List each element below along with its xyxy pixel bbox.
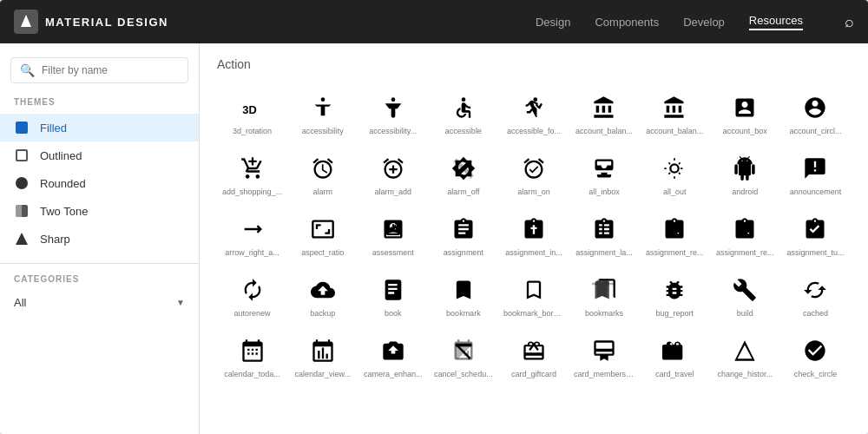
icon-label: add_shopping_...	[222, 187, 283, 196]
icon-glyph	[451, 215, 476, 243]
icon-cell-card-membersh---[interactable]: card_membersh...	[569, 328, 640, 385]
section-title: Action	[217, 57, 851, 71]
nav-link-develop[interactable]: Develop	[683, 16, 725, 29]
icon-cell-autorenew[interactable]: autorenew	[217, 267, 287, 325]
theme-filled-label: Filled	[40, 122, 67, 135]
icon-label: account_balan...	[644, 127, 705, 135]
icon-label: alarm	[293, 187, 353, 196]
icon-cell-cancel-schedu---[interactable]: cancel_schedu...	[428, 328, 498, 385]
icon-cell-3d-rotation[interactable]: 3D3d_rotation	[217, 85, 287, 142]
icon-cell-arrow-right-a---[interactable]: arrow_right_a...	[217, 207, 287, 264]
icon-glyph	[311, 276, 335, 304]
icon-cell-alarm-on[interactable]: alarm_on	[498, 146, 569, 203]
theme-sharp[interactable]: Sharp	[0, 225, 199, 253]
icon-glyph	[311, 94, 335, 122]
icon-glyph	[803, 337, 827, 365]
icon-label: arrow_right_a...	[222, 248, 283, 257]
icon-cell-calendar-view---[interactable]: calendar_view...	[287, 328, 358, 385]
icon-glyph	[381, 276, 405, 304]
nav-link-resources[interactable]: Resources	[749, 14, 803, 30]
icon-cell-check-circle[interactable]: check_circle	[780, 328, 851, 385]
theme-outlined[interactable]: Outlined	[0, 141, 199, 169]
icon-cell-bookmark[interactable]: bookmark	[428, 267, 498, 325]
icon-cell-account-box[interactable]: account_box	[710, 85, 780, 142]
icon-cell-backup[interactable]: backup	[287, 267, 358, 325]
icon-cell-cached[interactable]: cached	[780, 267, 851, 325]
icon-glyph	[522, 94, 546, 122]
category-select[interactable]: All ▼	[0, 291, 199, 314]
icon-cell-bug-report[interactable]: bug_report	[640, 267, 710, 325]
icon-cell-accessible[interactable]: accessible	[428, 85, 498, 142]
icon-label: card_travel	[644, 370, 705, 378]
icon-glyph	[522, 276, 546, 304]
divider	[0, 263, 199, 264]
icon-label: backup	[293, 309, 353, 318]
icon-glyph	[733, 215, 757, 243]
icon-cell-alarm[interactable]: alarm	[287, 146, 358, 203]
icon-cell-all-out[interactable]: all_out	[640, 146, 710, 203]
icon-label: 3d_rotation	[222, 127, 283, 135]
icon-label: check_circle	[785, 370, 845, 378]
icon-cell-accessibility---[interactable]: accessibility...	[358, 85, 428, 142]
icon-cell-build[interactable]: build	[710, 267, 780, 325]
icon-cell-all-inbox[interactable]: all_inbox	[569, 146, 640, 203]
icon-glyph	[592, 94, 616, 122]
icon-label: bookmarks	[574, 309, 635, 318]
icon-cell-card-travel[interactable]: card_travel	[640, 328, 710, 385]
icon-cell-assignment[interactable]: assignment	[428, 207, 498, 264]
icon-cell-alarm-add[interactable]: alarm_add	[358, 146, 428, 203]
nav-link-components[interactable]: Components	[595, 16, 659, 29]
icon-glyph	[240, 155, 265, 182]
navbar-logo: MATERIAL DESIGN	[14, 10, 536, 34]
search-input[interactable]	[42, 64, 179, 76]
icon-glyph	[662, 276, 687, 304]
icon-cell-assignment-in---[interactable]: assignment_in...	[498, 207, 569, 264]
icon-cell-android[interactable]: android	[710, 146, 780, 203]
icon-glyph	[662, 94, 687, 122]
nav-link-design[interactable]: Design	[536, 16, 570, 29]
icon-cell-bookmark-bord---[interactable]: bookmark_bord...	[498, 267, 569, 325]
svg-point-5	[533, 97, 537, 102]
chevron-down-icon: ▼	[176, 298, 185, 307]
icon-label: assignment_re...	[714, 248, 775, 257]
search-box[interactable]: 🔍	[10, 57, 188, 83]
theme-rounded-label: Rounded	[40, 177, 86, 190]
twotone-icon	[14, 203, 30, 219]
icon-cell-book[interactable]: book	[358, 267, 428, 325]
icon-cell-announcement[interactable]: announcement	[780, 146, 851, 203]
icon-cell-assignment-re---[interactable]: assignment_re...	[710, 207, 780, 264]
icon-cell-accessible-fo---[interactable]: accessible_fo...	[498, 85, 569, 142]
icon-cell-bookmarks[interactable]: bookmarks	[569, 267, 640, 325]
icon-label: account_circl...	[785, 127, 845, 135]
svg-rect-9	[397, 227, 398, 232]
icon-label: accessibility	[293, 127, 353, 135]
icon-cell-alarm-off[interactable]: alarm_off	[428, 146, 498, 203]
icon-label: cancel_schedu...	[433, 370, 494, 378]
theme-sharp-label: Sharp	[40, 233, 70, 246]
icon-label: assignment_re...	[644, 248, 705, 257]
icon-cell-account-circl---[interactable]: account_circl...	[780, 85, 851, 142]
search-icon[interactable]: ⌕	[845, 13, 854, 31]
icon-cell-assessment[interactable]: assessment	[358, 207, 428, 264]
icon-label: android	[714, 187, 775, 196]
theme-filled[interactable]: Filled	[0, 114, 199, 141]
filled-icon	[14, 120, 30, 135]
icon-cell-account-balan---[interactable]: account_balan...	[569, 85, 640, 142]
icons-grid: 3D3d_rotationaccessibilityaccessibility.…	[217, 85, 851, 385]
icon-cell-aspect-ratio[interactable]: aspect_ratio	[287, 207, 358, 264]
icon-cell-card-giftcard[interactable]: card_giftcard	[498, 328, 569, 385]
icon-label: book	[363, 309, 424, 318]
icon-cell-account-balan---[interactable]: account_balan...	[640, 85, 710, 142]
icon-cell-assignment-la---[interactable]: assignment_la...	[569, 207, 640, 264]
icon-cell-accessibility[interactable]: accessibility	[287, 85, 358, 142]
icon-label: assignment_tu...	[785, 248, 845, 257]
icon-cell-camera-enhan---[interactable]: camera_enhan...	[358, 328, 428, 385]
icon-cell-add-shopping----[interactable]: add_shopping_...	[217, 146, 287, 203]
theme-rounded[interactable]: Rounded	[0, 169, 199, 197]
icon-cell-assignment-re---[interactable]: assignment_re...	[640, 207, 710, 264]
icon-cell-change-histor---[interactable]: change_histor...	[710, 328, 780, 385]
theme-twotone[interactable]: Two Tone	[0, 197, 199, 225]
icon-cell-calendar-toda---[interactable]: calendar_toda...	[217, 328, 287, 385]
icon-cell-assignment-tu---[interactable]: assignment_tu...	[780, 207, 851, 264]
icon-glyph	[592, 337, 616, 365]
